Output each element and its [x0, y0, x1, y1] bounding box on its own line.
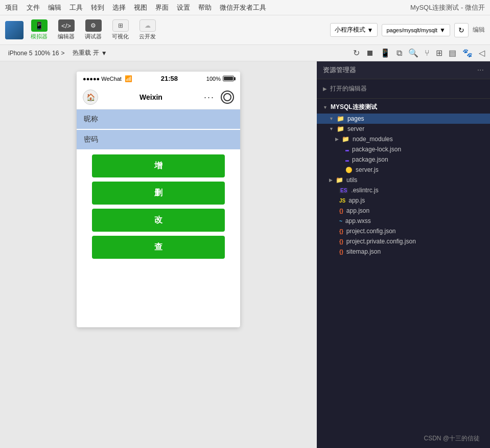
sitemap-name: sitemap.json	[346, 248, 381, 255]
project-chevron: ▼	[323, 105, 328, 110]
battery-area: 100%	[206, 76, 234, 82]
editor-section-arrow: ▶	[323, 86, 327, 92]
file-sitemap[interactable]: {} sitemap.json	[317, 247, 490, 257]
mode-select[interactable]: 小程序模式 ▼	[330, 23, 378, 37]
more-icon[interactable]: 🐾	[462, 48, 473, 58]
refresh-button[interactable]: ↻	[454, 23, 469, 37]
project-private-name: project.private.config.json	[346, 238, 416, 245]
nickname-field[interactable]: 昵称	[77, 109, 240, 129]
server-js-icon: 🟡	[345, 167, 353, 173]
query-button[interactable]: 查	[92, 236, 225, 259]
more-dots[interactable]: ···	[204, 92, 215, 103]
phone-body: 昵称 密码 增 删 改 查	[77, 109, 240, 267]
edit-button[interactable]: 改	[92, 209, 225, 232]
file-app-json[interactable]: {} app.json	[317, 206, 490, 216]
menu-select[interactable]: 选择	[112, 3, 126, 12]
record-button[interactable]	[221, 91, 234, 104]
main-toolbar: 📱 模拟器 </> 编辑器 ⚙ 调试器 ⊞ 可视化 ☁ 云开发 小程序模式 ▼ …	[0, 15, 490, 45]
phone-status-bar: ●●●●● WeChat 📶 21:58 100%	[77, 72, 240, 85]
avatar	[5, 21, 24, 39]
simulator-btn[interactable]: 📱 模拟器	[28, 18, 51, 41]
mode-arrow: ▼	[367, 27, 374, 34]
clone-icon[interactable]: ⧉	[396, 49, 402, 58]
server-name: server	[347, 125, 364, 132]
package-json-icon: ⑉	[345, 156, 349, 163]
pages-name: pages	[347, 115, 364, 122]
cloud-btn[interactable]: ☁ 云开发	[136, 18, 159, 41]
code-icon: </>	[58, 19, 75, 32]
editor-label: 编辑器	[58, 33, 75, 40]
password-field[interactable]: 密码	[77, 130, 240, 149]
file-panel-more-btn[interactable]: ···	[477, 65, 484, 75]
app-wxss-icon: ~	[339, 218, 342, 224]
file-package-json[interactable]: ⑉ package.json	[317, 154, 490, 165]
file-app-wxss[interactable]: ~ app.wxss	[317, 216, 490, 226]
battery-percent: 100%	[206, 76, 221, 82]
file-project-config[interactable]: {} project.config.json	[317, 226, 490, 236]
project-config-icon: {}	[339, 229, 343, 234]
menu-interface[interactable]: 界面	[155, 3, 169, 12]
editor-btn[interactable]: </> 编辑器	[55, 18, 78, 41]
visual-icon: ⊞	[112, 19, 129, 32]
home-button[interactable]: 🏠	[83, 89, 98, 105]
app-js-name: app.js	[348, 197, 365, 204]
menu-project[interactable]: 项目	[5, 3, 18, 12]
inspect-icon[interactable]: 🔍	[408, 48, 418, 58]
debugger-label: 调试器	[85, 33, 102, 40]
simulator-label: 模拟器	[31, 33, 48, 40]
collapse-icon[interactable]: ◁	[479, 48, 485, 58]
menu-weixin-dev[interactable]: 微信开发者工具	[220, 3, 266, 12]
utils-folder-icon: 📁	[336, 176, 343, 184]
server-js-name: server.js	[356, 166, 379, 173]
app-json-name: app.json	[346, 207, 369, 214]
editor-section: ▶ 打开的编辑器	[317, 79, 490, 99]
file-package-lock[interactable]: ⑉ package-lock.json	[317, 144, 490, 154]
file-node-modules[interactable]: ▶ 📁 node_modules	[317, 134, 490, 144]
file-server-js[interactable]: 🟡 server.js	[317, 165, 490, 175]
device-selector[interactable]: iPhone 5 100% 16 >	[5, 49, 67, 58]
file-app-js[interactable]: JS app.js	[317, 195, 490, 206]
stop-icon[interactable]: ⏹	[366, 49, 374, 58]
delete-button[interactable]: 删	[92, 182, 225, 205]
menu-file[interactable]: 文件	[27, 3, 40, 12]
project-section: ▼ MYSQL连接测试 ▼ 📁 pages ▼ 📁 server	[317, 99, 490, 259]
cloud-icon: ☁	[139, 19, 156, 32]
reload-icon[interactable]: ↻	[353, 48, 360, 58]
menu-edit[interactable]: 编辑	[48, 3, 61, 12]
file-pages[interactable]: ▼ 📁 pages	[317, 114, 490, 124]
grid-icon[interactable]: ⊞	[436, 48, 442, 58]
menu-goto[interactable]: 转到	[91, 3, 104, 12]
visual-btn[interactable]: ⊞ 可视化	[109, 18, 132, 41]
menu-help[interactable]: 帮助	[198, 3, 212, 12]
package-json-name: package.json	[352, 156, 388, 163]
file-utils[interactable]: ▶ 📁 utils	[317, 175, 490, 185]
simulator-panel: ●●●●● WeChat 📶 21:58 100% 🏠 Weixin ···	[0, 61, 317, 448]
project-header[interactable]: ▼ MYSQL连接测试	[317, 101, 490, 114]
pages-icon[interactable]: ▤	[449, 48, 456, 58]
battery-icon	[223, 76, 234, 81]
add-button[interactable]: 增	[92, 154, 225, 177]
main-content: ●●●●● WeChat 📶 21:58 100% 🏠 Weixin ···	[0, 61, 490, 448]
action-buttons: 增 删 改 查	[77, 150, 240, 267]
file-panel-title: 资源管理器	[323, 65, 356, 75]
file-server[interactable]: ▼ 📁 server	[317, 124, 490, 134]
menu-settings[interactable]: 设置	[177, 3, 190, 12]
branch-icon[interactable]: ⑂	[425, 49, 430, 58]
menu-view[interactable]: 视图	[134, 3, 147, 12]
watermark: CSDN @十三的信徒	[424, 434, 480, 443]
sub-toolbar-right: ↻ ⏹ 📱 ⧉ 🔍 ⑂ ⊞ ▤ 🐾 ◁	[353, 48, 485, 58]
open-editors-row[interactable]: ▶ 打开的编辑器	[323, 82, 484, 95]
file-project-private[interactable]: {} project.private.config.json	[317, 236, 490, 247]
menu-tools[interactable]: 工具	[69, 3, 83, 12]
clock: 21:58	[161, 75, 178, 82]
phone-sim-icon[interactable]: 📱	[380, 48, 390, 58]
signal-bars: ●●●●● WeChat	[83, 76, 122, 82]
hot-reload-toggle[interactable]: 热重载 开 ▼	[73, 49, 107, 57]
file-eslintrc[interactable]: ES .eslintrc.js	[317, 185, 490, 195]
device-percent: 100%	[34, 50, 50, 57]
menu-items: 项目 文件 编辑 工具 转到 选择 视图 界面 设置 帮助 微信开发者工具	[5, 3, 266, 12]
path-select[interactable]: pages/mysqlt/mysqlt ▼	[382, 24, 450, 36]
sub-toolbar: iPhone 5 100% 16 > 热重载 开 ▼ ↻ ⏹ 📱 ⧉ 🔍 ⑂ ⊞…	[0, 45, 490, 61]
avatar-image	[5, 21, 24, 39]
debugger-btn[interactable]: ⚙ 调试器	[82, 18, 105, 41]
